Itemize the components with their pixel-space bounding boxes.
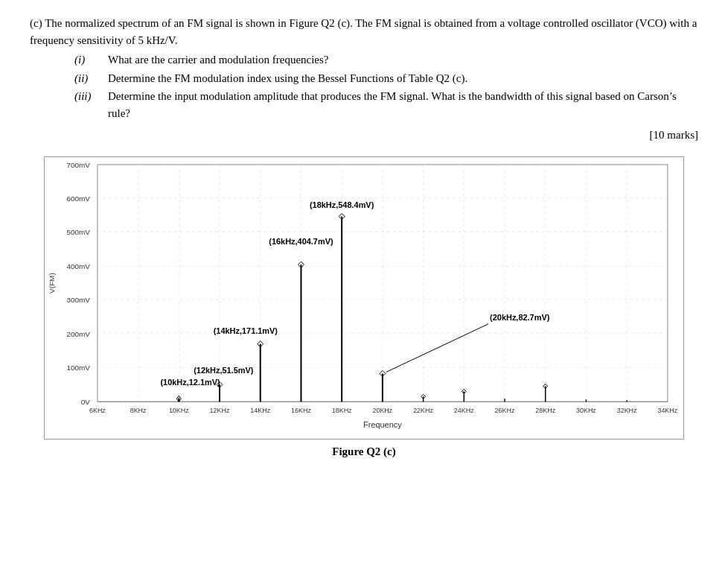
svg-text:500mV: 500mV — [66, 228, 90, 236]
svg-text:28KHz: 28KHz — [535, 407, 555, 414]
subpart-iii-label: (iii) — [74, 88, 108, 121]
svg-text:32KHz: 32KHz — [617, 407, 637, 414]
chart-wrapper: 700mV 600mV 500mV 400mV 300mV 200mV 100m… — [44, 156, 684, 440]
subpart-i: (i) What are the carrier and modulation … — [74, 51, 698, 69]
svg-text:(10kHz,12.1mV): (10kHz,12.1mV) — [160, 378, 220, 387]
svg-text:200mV: 200mV — [66, 330, 90, 338]
svg-text:600mV: 600mV — [66, 194, 90, 203]
subpart-iii: (iii) Determine the input modulation amp… — [74, 88, 698, 121]
spectrum-chart: 700mV 600mV 500mV 400mV 300mV 200mV 100m… — [45, 157, 683, 439]
svg-text:300mV: 300mV — [66, 296, 90, 304]
question-intro: (c) The normalized spectrum of an FM sig… — [30, 15, 698, 48]
svg-text:34KHz: 34KHz — [657, 407, 677, 414]
subpart-ii: (ii) Determine the FM modulation index u… — [74, 70, 698, 87]
svg-text:6KHz: 6KHz — [89, 407, 106, 414]
svg-text:(18kHz,548.4mV): (18kHz,548.4mV) — [310, 200, 374, 209]
svg-text:V(FM): V(FM) — [48, 273, 56, 294]
svg-text:14KHz: 14KHz — [250, 407, 270, 414]
figure-caption: Figure Q2 (c) — [44, 445, 684, 458]
svg-text:22KHz: 22KHz — [413, 407, 433, 414]
subpart-ii-text: Determine the FM modulation index using … — [108, 70, 467, 87]
svg-text:26KHz: 26KHz — [495, 407, 515, 414]
svg-text:24KHz: 24KHz — [454, 407, 474, 414]
subpart-i-label: (i) — [74, 51, 108, 69]
svg-text:8KHz: 8KHz — [130, 407, 147, 414]
marks-label: [10 marks] — [30, 129, 698, 142]
svg-line-78 — [386, 324, 488, 372]
svg-text:(14kHz,171.1mV): (14kHz,171.1mV) — [214, 326, 278, 335]
svg-text:12KHz: 12KHz — [210, 407, 230, 414]
svg-text:18KHz: 18KHz — [332, 407, 352, 414]
svg-text:700mV: 700mV — [66, 161, 90, 169]
svg-text:10KHz: 10KHz — [169, 407, 189, 414]
subpart-iii-text: Determine the input modulation amplitude… — [108, 88, 698, 121]
svg-text:(12kHz,51.5mV): (12kHz,51.5mV) — [194, 366, 254, 375]
svg-text:(16kHz,404.7mV): (16kHz,404.7mV) — [269, 237, 333, 246]
question-block: (c) The normalized spectrum of an FM sig… — [30, 15, 698, 121]
svg-text:30KHz: 30KHz — [576, 407, 596, 414]
svg-text:100mV: 100mV — [66, 364, 90, 372]
svg-text:0V: 0V — [81, 398, 91, 406]
svg-text:20KHz: 20KHz — [372, 407, 392, 414]
svg-text:16KHz: 16KHz — [291, 407, 311, 414]
svg-text:Frequency: Frequency — [363, 420, 402, 429]
chart-container: 700mV 600mV 500mV 400mV 300mV 200mV 100m… — [44, 156, 684, 458]
subpart-i-text: What are the carrier and modulation freq… — [108, 51, 329, 69]
svg-text:400mV: 400mV — [66, 262, 90, 270]
svg-text:(20kHz,82.7mV): (20kHz,82.7mV) — [490, 313, 550, 322]
subpart-ii-label: (ii) — [74, 70, 108, 87]
subparts-list: (i) What are the carrier and modulation … — [74, 51, 698, 121]
